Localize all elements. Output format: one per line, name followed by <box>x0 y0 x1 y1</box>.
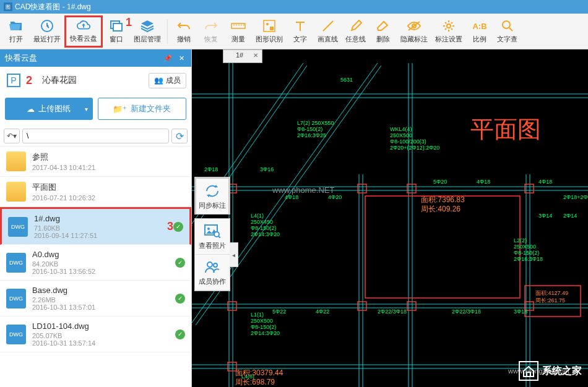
undo-button[interactable]: 撤销 <box>170 15 197 48</box>
file-item-basedwg[interactable]: DWGBase.dwg2.26MB2016-10-31 13:57:01✓ <box>0 281 191 317</box>
delete-button[interactable]: 删除 <box>370 15 397 48</box>
hidemark-button[interactable]: 隐藏标注 <box>397 15 431 48</box>
svg-text:250X450: 250X450 <box>251 219 273 225</box>
file-name: A0.dwg <box>32 250 175 259</box>
watermark-1: www.phome.NET <box>272 185 334 195</box>
tab-bar: 1# ✕ <box>223 49 262 63</box>
svg-text:3Φ16: 3Φ16 <box>260 166 274 172</box>
line-button[interactable]: 画直线 <box>314 15 342 48</box>
file-item-[interactable]: 平面图2016-07-21 10:26:32 <box>0 177 191 207</box>
titlebar: 图 CAD快速看图 - 1#.dwg <box>0 0 588 14</box>
collapse-handle[interactable]: ◂ <box>230 242 238 267</box>
file-item-1dwg[interactable]: DWG1#.dwg71.60KB2016-09-14 11:27:513✓ <box>0 207 191 245</box>
open-button[interactable]: 打开 <box>2 15 30 48</box>
svg-point-17 <box>214 232 219 237</box>
logo-icon <box>519 361 538 381</box>
clock-icon <box>40 19 54 33</box>
layers-button[interactable]: 图层管理 <box>130 15 165 48</box>
upload-button[interactable]: ☁ 上传图纸 ▾ <box>5 98 93 120</box>
highlight-1: 1 <box>126 16 132 29</box>
cad-canvas[interactable]: 1# ✕ 同步标注 查看照片 成员协作 ◂ <box>192 49 588 387</box>
project-icon: P <box>5 72 22 89</box>
project-name: 沁春花园 <box>42 75 145 86</box>
scale-icon: A:B <box>472 19 487 33</box>
search-icon <box>500 19 515 33</box>
svg-text:Φ8-150(2): Φ8-150(2) <box>514 250 539 256</box>
svg-point-11 <box>503 21 510 28</box>
floating-toolbar-2: 查看照片 成员协作 ◂ <box>194 218 230 291</box>
tab-close-icon[interactable]: ✕ <box>253 52 258 59</box>
sync-annotations-button[interactable]: 同步标注 <box>196 179 228 214</box>
cloud-button[interactable]: 快看云盘 <box>64 15 103 48</box>
drawing-tab[interactable]: 1# ✕ <box>223 49 262 63</box>
svg-rect-6 <box>270 27 274 30</box>
recent-button[interactable]: 最近打开 <box>30 15 64 48</box>
redo-button[interactable]: 恢复 <box>197 15 225 48</box>
text-button[interactable]: 文字 <box>287 15 314 48</box>
dwg-file-icon: DWG <box>8 217 28 237</box>
svg-text:L2(2): L2(2) <box>514 237 527 244</box>
file-list[interactable]: 参照2017-04-13 10:41:21平面图2016-07-21 10:26… <box>0 146 191 387</box>
svg-text:WKL4(4): WKL4(4) <box>390 126 412 132</box>
pin-icon[interactable]: 📌 <box>163 53 173 63</box>
svg-text:2Φ18: 2Φ18 <box>204 166 218 172</box>
text-icon <box>293 19 308 33</box>
pencil-icon <box>348 19 363 33</box>
redo-icon <box>204 19 218 33</box>
window-icon <box>109 19 124 33</box>
svg-text:3Φ14: 3Φ14 <box>538 213 552 219</box>
eraser-icon <box>376 19 391 33</box>
recognize-button[interactable]: 图形识别 <box>252 15 287 48</box>
svg-point-16 <box>207 228 210 230</box>
svg-text:Φ8-150(2): Φ8-150(2) <box>251 324 276 330</box>
window-title: CAD快速看图 - 1#.dwg <box>15 2 91 12</box>
action-row: ☁ 上传图纸 ▾ 📁⁺ 新建文件夹 <box>0 94 191 126</box>
eye-off-icon <box>407 19 422 33</box>
gear-icon <box>441 19 456 33</box>
scale-button[interactable]: A:B 比例 <box>466 15 493 48</box>
svg-text:4Φ18: 4Φ18 <box>538 179 552 185</box>
sidebar: 快看云盘 📌 ✕ P 2 沁春花园 👥 成员 ☁ 上传图纸 ▾ 📁⁺ 新 <box>0 49 192 387</box>
freeline-button[interactable]: 任意线 <box>342 15 370 48</box>
svg-text:Φ8-150(2): Φ8-150(2) <box>297 126 322 132</box>
back-button[interactable]: ↶▾ <box>4 129 20 143</box>
path-input[interactable] <box>22 129 169 143</box>
svg-text:L4(1): L4(1) <box>251 213 264 219</box>
svg-text:周长:409.26: 周长:409.26 <box>421 205 460 213</box>
svg-text:4Φ18: 4Φ18 <box>477 179 490 185</box>
people-icon: 👥 <box>154 76 163 85</box>
svg-text:Φ8-150(2): Φ8-150(2) <box>251 225 276 231</box>
dwg-file-icon: DWG <box>6 253 26 273</box>
synced-icon: ✓ <box>175 330 185 339</box>
svg-rect-95 <box>527 372 530 376</box>
sidebar-header: 快看云盘 📌 ✕ <box>0 49 191 67</box>
svg-line-18 <box>218 236 220 238</box>
svg-text:2Φ16:3Φ18: 2Φ16:3Φ18 <box>514 256 543 262</box>
svg-text:Φ8-100/200(3): Φ8-100/200(3) <box>390 138 426 145</box>
members-button[interactable]: 👥 成员 <box>149 73 186 88</box>
svg-text:5Φ22: 5Φ22 <box>272 308 286 315</box>
refresh-button[interactable]: ⟳ <box>171 129 188 143</box>
svg-point-10 <box>447 24 451 28</box>
file-item-[interactable]: 参照2017-04-13 10:41:21 <box>0 147 191 177</box>
file-item-a0dwg[interactable]: DWGA0.dwg84.20KB2016-10-31 13:56:52✓ <box>0 245 191 281</box>
textsearch-button[interactable]: 文字查 <box>493 15 521 48</box>
view-photo-button[interactable]: 查看照片 <box>195 219 230 255</box>
measure-button[interactable]: 测量 <box>225 15 252 48</box>
logo-overlay: 系统之家 <box>519 361 582 381</box>
dwg-file-icon: DWG <box>6 325 26 344</box>
svg-text:2Φ14: 2Φ14 <box>563 213 577 219</box>
sync-icon <box>204 182 221 200</box>
svg-rect-2 <box>113 23 122 31</box>
close-icon[interactable]: ✕ <box>176 53 186 63</box>
newfolder-button[interactable]: 📁⁺ 新建文件夹 <box>98 98 187 120</box>
synced-icon: ✓ <box>173 222 183 232</box>
svg-point-19 <box>207 262 212 267</box>
collab-button[interactable]: 成员协作 <box>195 255 230 291</box>
svg-text:5631: 5631 <box>340 77 353 83</box>
marksetting-button[interactable]: 标注设置 <box>431 15 466 48</box>
svg-text:2Φ14:3Φ20: 2Φ14:3Φ20 <box>251 231 280 237</box>
folder-icon <box>6 151 26 171</box>
file-item-ld101104dwg[interactable]: DWGLD101-104.dwg205.07KB2016-10-31 13:57… <box>0 317 191 352</box>
ruler-icon <box>231 19 246 33</box>
